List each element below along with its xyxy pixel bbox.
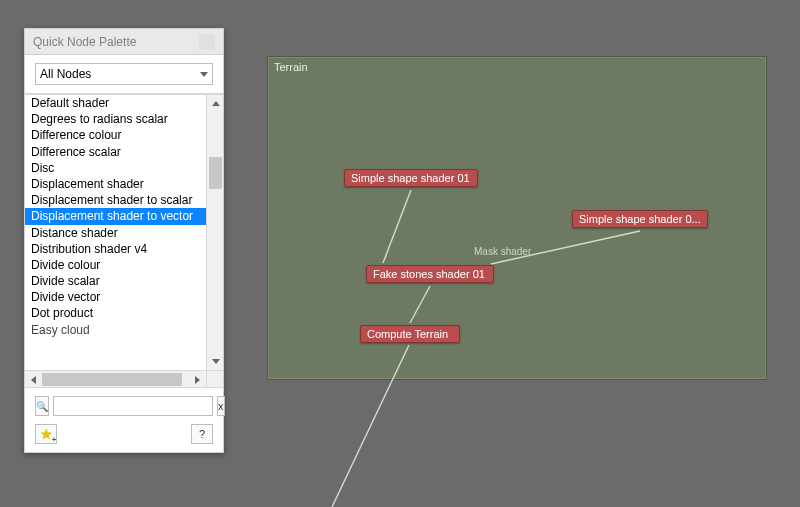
node-simple-shape-2[interactable]: Simple shape shader 0...: [572, 210, 708, 228]
scroll-right-button[interactable]: [189, 371, 206, 387]
list-item[interactable]: Displacement shader: [25, 176, 206, 192]
graph-title: Terrain: [274, 61, 308, 73]
chevron-down-icon: [200, 72, 208, 77]
list-item[interactable]: Difference scalar: [25, 144, 206, 160]
quick-node-palette: Quick Node Palette All Nodes Default sha…: [24, 28, 224, 453]
node-label: Compute Terrain: [367, 328, 448, 340]
node-label: Simple shape shader 01: [351, 172, 470, 184]
search-icon: 🔍: [36, 401, 48, 412]
search-button[interactable]: 🔍: [35, 396, 49, 416]
list-item[interactable]: Degrees to radians scalar: [25, 111, 206, 127]
list-item[interactable]: Divide colour: [25, 257, 206, 273]
list-item[interactable]: Distribution shader v4: [25, 241, 206, 257]
panel-title: Quick Node Palette: [33, 29, 136, 55]
help-button[interactable]: ?: [191, 424, 213, 444]
filter-selected: All Nodes: [40, 67, 91, 81]
list-item[interactable]: Disc: [25, 160, 206, 176]
help-label: ?: [199, 428, 205, 440]
chevron-down-icon: [212, 359, 220, 364]
scroll-thumb-horizontal[interactable]: [42, 373, 182, 386]
favorites-toolbar: ★ ?: [25, 420, 223, 452]
node-label: Simple shape shader 0...: [579, 213, 701, 225]
panel-close-button[interactable]: [199, 34, 215, 50]
list-item[interactable]: Difference colour: [25, 127, 206, 143]
terrain-graph[interactable]: Terrain Mask shader Simple shape shader …: [267, 56, 767, 380]
search-toolbar: 🔍 x: [25, 387, 223, 420]
chevron-up-icon: [212, 101, 220, 106]
filter-dropdown-wrap: All Nodes: [25, 55, 223, 94]
vertical-scrollbar[interactable]: [206, 95, 223, 370]
star-add-icon: ★: [40, 427, 53, 441]
scroll-thumb-vertical[interactable]: [209, 157, 222, 189]
list-item[interactable]: Default shader: [25, 95, 206, 111]
clear-label: x: [218, 400, 224, 412]
list-item[interactable]: Dot product: [25, 305, 206, 321]
filter-dropdown[interactable]: All Nodes: [35, 63, 213, 85]
node-list-wrap: Default shaderDegrees to radians scalarD…: [25, 94, 223, 387]
port-label-mask: Mask shader: [474, 246, 531, 257]
chevron-right-icon: [195, 376, 200, 384]
node-fake-stones[interactable]: Fake stones shader 01: [366, 265, 494, 283]
scroll-down-button[interactable]: [207, 353, 223, 370]
scroll-left-button[interactable]: [25, 371, 42, 387]
list-item[interactable]: Divide vector: [25, 289, 206, 305]
node-list[interactable]: Default shaderDegrees to radians scalarD…: [25, 95, 206, 370]
node-compute-terrain[interactable]: Compute Terrain: [360, 325, 460, 343]
add-favorite-button[interactable]: ★: [35, 424, 57, 444]
panel-header: Quick Node Palette: [25, 29, 223, 55]
list-item[interactable]: Divide scalar: [25, 273, 206, 289]
list-item[interactable]: Easy cloud: [25, 322, 206, 338]
list-item[interactable]: Displacement shader to scalar: [25, 192, 206, 208]
node-simple-shape-1[interactable]: Simple shape shader 01: [344, 169, 478, 187]
clear-search-button[interactable]: x: [217, 396, 225, 416]
node-label: Fake stones shader 01: [373, 268, 485, 280]
list-item[interactable]: Displacement shader to vector: [25, 208, 206, 224]
horizontal-scrollbar[interactable]: [25, 370, 206, 387]
search-input[interactable]: [53, 396, 213, 416]
scroll-up-button[interactable]: [207, 95, 223, 112]
chevron-left-icon: [31, 376, 36, 384]
scroll-corner: [206, 370, 223, 387]
list-item[interactable]: Distance shader: [25, 225, 206, 241]
